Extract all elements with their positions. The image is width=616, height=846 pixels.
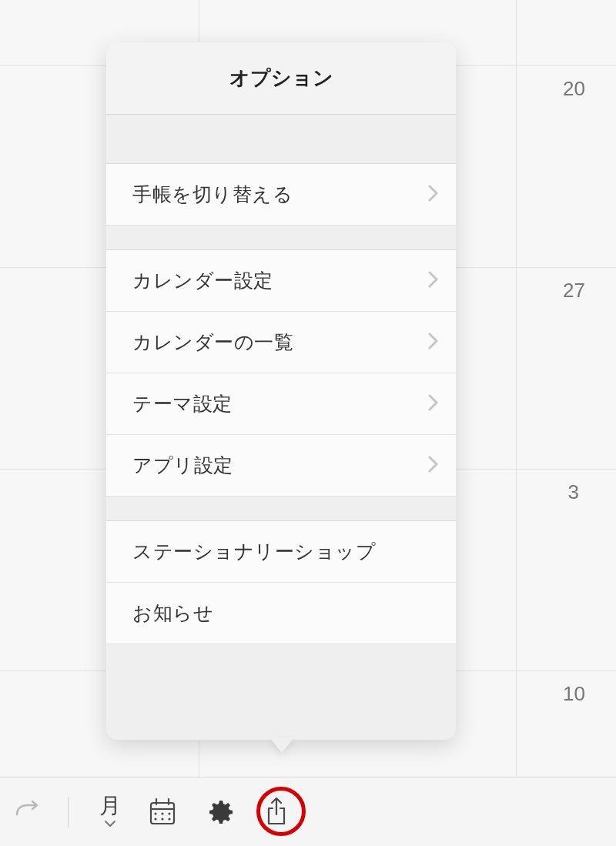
popover-title: オプション	[229, 65, 333, 92]
popover-arrow	[270, 737, 294, 753]
calendar-date: 20	[563, 77, 585, 101]
svg-point-7	[154, 818, 156, 820]
view-mode-label: 月	[99, 795, 121, 817]
bottom-toolbar: 月	[0, 777, 616, 846]
menu-switch-notebook[interactable]: 手帳を切り替える	[106, 164, 456, 226]
svg-point-6	[168, 812, 170, 814]
menu-item-label: カレンダー設定	[132, 268, 428, 293]
chevron-right-icon	[428, 185, 439, 205]
popover-header: オプション	[106, 42, 456, 115]
chevron-right-icon	[428, 456, 439, 476]
settings-button[interactable]	[204, 796, 236, 828]
menu-app-settings[interactable]: アプリ設定	[106, 435, 456, 497]
calendar-date: 27	[563, 279, 585, 303]
svg-point-8	[161, 818, 163, 820]
svg-point-4	[154, 812, 156, 814]
redo-button[interactable]	[14, 801, 42, 824]
toolbar-separator	[68, 797, 69, 828]
menu-item-label: お知らせ	[132, 600, 439, 626]
section-separator	[106, 115, 456, 164]
menu-item-label: ステーショナリーショップ	[132, 539, 439, 564]
chevron-right-icon	[428, 394, 439, 414]
menu-item-label: テーマ設定	[132, 391, 428, 416]
section-separator	[106, 497, 456, 521]
menu-calendar-settings[interactable]: カレンダー設定	[106, 250, 456, 312]
chevron-right-icon	[428, 333, 439, 353]
section-separator	[106, 226, 456, 250]
menu-stationery-shop[interactable]: ステーショナリーショップ	[106, 521, 456, 583]
share-button[interactable]	[263, 796, 290, 828]
chevron-right-icon	[428, 271, 439, 291]
menu-theme-settings[interactable]: テーマ設定	[106, 373, 456, 435]
menu-item-label: 手帳を切り替える	[132, 182, 428, 207]
menu-item-label: アプリ設定	[132, 453, 428, 478]
svg-point-9	[168, 818, 170, 820]
calendar-date: 3	[568, 480, 579, 504]
view-mode-button[interactable]: 月	[99, 795, 121, 829]
calendar-date: 10	[563, 682, 585, 706]
menu-calendar-list[interactable]: カレンダーの一覧	[106, 312, 456, 373]
svg-point-5	[161, 812, 163, 814]
options-popover: オプション 手帳を切り替える カレンダー設定 カレンダーの一覧 テーマ設定 アプ…	[106, 42, 456, 740]
menu-news[interactable]: お知らせ	[106, 583, 456, 644]
menu-item-label: カレンダーの一覧	[132, 329, 428, 355]
chevron-down-icon	[104, 818, 116, 829]
calendar-grid-button[interactable]	[147, 797, 178, 828]
